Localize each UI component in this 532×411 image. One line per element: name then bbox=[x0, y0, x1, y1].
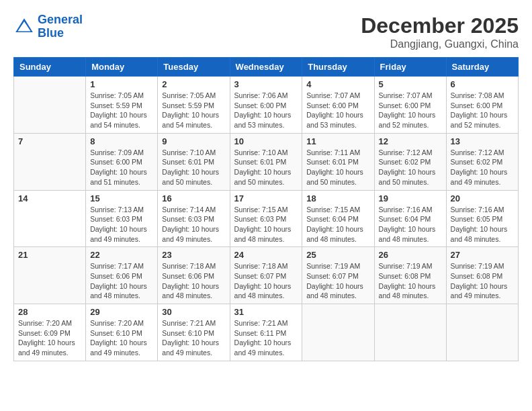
day-info: Sunrise: 7:14 AM Sunset: 6:03 PM Dayligh… bbox=[162, 205, 225, 244]
day-info: Sunrise: 7:07 AM Sunset: 6:00 PM Dayligh… bbox=[379, 91, 442, 130]
calendar-cell: 18Sunrise: 7:15 AM Sunset: 6:04 PM Dayli… bbox=[302, 190, 374, 247]
calendar-cell: 19Sunrise: 7:16 AM Sunset: 6:04 PM Dayli… bbox=[374, 190, 446, 247]
day-info: Sunrise: 7:08 AM Sunset: 6:00 PM Dayligh… bbox=[451, 91, 514, 130]
calendar-cell: 2Sunrise: 7:05 AM Sunset: 5:59 PM Daylig… bbox=[158, 77, 230, 134]
calendar-cell: 21 bbox=[14, 247, 86, 304]
day-info: Sunrise: 7:16 AM Sunset: 6:05 PM Dayligh… bbox=[451, 205, 514, 244]
calendar-cell: 27Sunrise: 7:19 AM Sunset: 6:08 PM Dayli… bbox=[446, 247, 518, 304]
day-number: 17 bbox=[234, 193, 298, 203]
calendar-cell: 20Sunrise: 7:16 AM Sunset: 6:05 PM Dayli… bbox=[446, 190, 518, 247]
day-number: 30 bbox=[162, 307, 225, 317]
day-number: 28 bbox=[18, 307, 81, 317]
day-number: 24 bbox=[234, 250, 298, 260]
day-info: Sunrise: 7:06 AM Sunset: 6:00 PM Dayligh… bbox=[234, 91, 298, 130]
calendar-cell: 24Sunrise: 7:18 AM Sunset: 6:07 PM Dayli… bbox=[230, 247, 302, 304]
day-info: Sunrise: 7:07 AM Sunset: 6:00 PM Dayligh… bbox=[306, 91, 369, 130]
day-info: Sunrise: 7:15 AM Sunset: 6:03 PM Dayligh… bbox=[234, 205, 298, 244]
day-info: Sunrise: 7:05 AM Sunset: 5:59 PM Dayligh… bbox=[162, 91, 225, 130]
day-number: 22 bbox=[90, 250, 153, 260]
weekday-header: Wednesday bbox=[230, 58, 302, 77]
day-info: Sunrise: 7:12 AM Sunset: 6:02 PM Dayligh… bbox=[451, 148, 514, 187]
day-info: Sunrise: 7:19 AM Sunset: 6:08 PM Dayligh… bbox=[379, 261, 442, 301]
day-number: 4 bbox=[306, 79, 369, 89]
day-number: 31 bbox=[234, 307, 298, 317]
day-number: 25 bbox=[306, 250, 369, 260]
calendar-cell: 28Sunrise: 7:20 AM Sunset: 6:09 PM Dayli… bbox=[14, 304, 86, 361]
day-number: 2 bbox=[162, 79, 225, 89]
day-info: Sunrise: 7:20 AM Sunset: 6:10 PM Dayligh… bbox=[90, 318, 153, 358]
day-info: Sunrise: 7:18 AM Sunset: 6:07 PM Dayligh… bbox=[234, 261, 298, 301]
weekday-header: Friday bbox=[374, 58, 446, 77]
day-info: Sunrise: 7:17 AM Sunset: 6:06 PM Dayligh… bbox=[90, 261, 153, 301]
logo-text: General Blue bbox=[38, 13, 83, 40]
day-number: 8 bbox=[90, 136, 153, 146]
day-info: Sunrise: 7:09 AM Sunset: 6:00 PM Dayligh… bbox=[90, 148, 153, 187]
calendar-header-row: SundayMondayTuesdayWednesdayThursdayFrid… bbox=[14, 58, 519, 77]
day-number: 26 bbox=[379, 250, 442, 260]
calendar-cell: 26Sunrise: 7:19 AM Sunset: 6:08 PM Dayli… bbox=[374, 247, 446, 304]
day-number: 20 bbox=[451, 193, 514, 203]
day-number: 15 bbox=[90, 193, 153, 203]
logo-line2: Blue bbox=[38, 26, 64, 40]
weekday-header: Thursday bbox=[302, 58, 374, 77]
logo-icon bbox=[13, 16, 35, 38]
day-number: 16 bbox=[162, 193, 225, 203]
logo-line1: General bbox=[38, 13, 83, 26]
day-info: Sunrise: 7:10 AM Sunset: 6:01 PM Dayligh… bbox=[234, 148, 298, 187]
day-number: 6 bbox=[451, 79, 514, 89]
logo: General Blue bbox=[13, 13, 83, 40]
day-info: Sunrise: 7:16 AM Sunset: 6:04 PM Dayligh… bbox=[379, 205, 442, 244]
calendar-cell: 5Sunrise: 7:07 AM Sunset: 6:00 PM Daylig… bbox=[374, 77, 446, 134]
page-header: General Blue December 2025 Dangjiang, Gu… bbox=[13, 13, 519, 50]
calendar-cell bbox=[14, 77, 86, 134]
weekday-header: Tuesday bbox=[158, 58, 230, 77]
calendar-cell bbox=[374, 304, 446, 361]
day-info: Sunrise: 7:10 AM Sunset: 6:01 PM Dayligh… bbox=[162, 148, 225, 187]
month-title: December 2025 bbox=[361, 13, 519, 38]
calendar-cell: 12Sunrise: 7:12 AM Sunset: 6:02 PM Dayli… bbox=[374, 133, 446, 190]
location: Dangjiang, Guangxi, China bbox=[361, 38, 519, 50]
calendar-cell: 13Sunrise: 7:12 AM Sunset: 6:02 PM Dayli… bbox=[446, 133, 518, 190]
day-number: 11 bbox=[306, 136, 369, 146]
calendar-cell: 29Sunrise: 7:20 AM Sunset: 6:10 PM Dayli… bbox=[86, 304, 158, 361]
day-number: 18 bbox=[306, 193, 369, 203]
day-number: 23 bbox=[162, 250, 225, 260]
day-info: Sunrise: 7:19 AM Sunset: 6:08 PM Dayligh… bbox=[451, 261, 514, 301]
calendar-cell: 3Sunrise: 7:06 AM Sunset: 6:00 PM Daylig… bbox=[230, 77, 302, 134]
day-number: 27 bbox=[451, 250, 514, 260]
weekday-header: Saturday bbox=[446, 58, 518, 77]
calendar-cell: 14 bbox=[14, 190, 86, 247]
calendar-week-row: 1415Sunrise: 7:13 AM Sunset: 6:03 PM Day… bbox=[14, 190, 519, 247]
weekday-header: Monday bbox=[86, 58, 158, 77]
calendar-cell: 4Sunrise: 7:07 AM Sunset: 6:00 PM Daylig… bbox=[302, 77, 374, 134]
day-number: 14 bbox=[18, 193, 81, 203]
calendar-cell: 15Sunrise: 7:13 AM Sunset: 6:03 PM Dayli… bbox=[86, 190, 158, 247]
calendar-cell: 17Sunrise: 7:15 AM Sunset: 6:03 PM Dayli… bbox=[230, 190, 302, 247]
weekday-header: Sunday bbox=[14, 58, 86, 77]
day-number: 10 bbox=[234, 136, 298, 146]
day-info: Sunrise: 7:21 AM Sunset: 6:11 PM Dayligh… bbox=[234, 318, 298, 358]
day-number: 3 bbox=[234, 79, 298, 89]
calendar-cell: 1Sunrise: 7:05 AM Sunset: 5:59 PM Daylig… bbox=[86, 77, 158, 134]
calendar-cell: 10Sunrise: 7:10 AM Sunset: 6:01 PM Dayli… bbox=[230, 133, 302, 190]
day-info: Sunrise: 7:19 AM Sunset: 6:07 PM Dayligh… bbox=[306, 261, 369, 301]
day-info: Sunrise: 7:05 AM Sunset: 5:59 PM Dayligh… bbox=[90, 91, 153, 130]
calendar-week-row: 1Sunrise: 7:05 AM Sunset: 5:59 PM Daylig… bbox=[14, 77, 519, 134]
day-info: Sunrise: 7:11 AM Sunset: 6:01 PM Dayligh… bbox=[306, 148, 369, 187]
calendar-cell bbox=[302, 304, 374, 361]
calendar-cell: 31Sunrise: 7:21 AM Sunset: 6:11 PM Dayli… bbox=[230, 304, 302, 361]
day-number: 12 bbox=[379, 136, 442, 146]
day-info: Sunrise: 7:21 AM Sunset: 6:10 PM Dayligh… bbox=[162, 318, 225, 358]
calendar-cell: 16Sunrise: 7:14 AM Sunset: 6:03 PM Dayli… bbox=[158, 190, 230, 247]
calendar-cell bbox=[446, 304, 518, 361]
calendar-week-row: 28Sunrise: 7:20 AM Sunset: 6:09 PM Dayli… bbox=[14, 304, 519, 361]
calendar-cell: 30Sunrise: 7:21 AM Sunset: 6:10 PM Dayli… bbox=[158, 304, 230, 361]
calendar-cell: 6Sunrise: 7:08 AM Sunset: 6:00 PM Daylig… bbox=[446, 77, 518, 134]
calendar-table: SundayMondayTuesdayWednesdayThursdayFrid… bbox=[13, 57, 519, 361]
day-number: 5 bbox=[379, 79, 442, 89]
calendar-cell: 9Sunrise: 7:10 AM Sunset: 6:01 PM Daylig… bbox=[158, 133, 230, 190]
day-number: 9 bbox=[162, 136, 225, 146]
day-number: 13 bbox=[451, 136, 514, 146]
calendar-cell: 22Sunrise: 7:17 AM Sunset: 6:06 PM Dayli… bbox=[86, 247, 158, 304]
title-block: December 2025 Dangjiang, Guangxi, China bbox=[361, 13, 519, 50]
